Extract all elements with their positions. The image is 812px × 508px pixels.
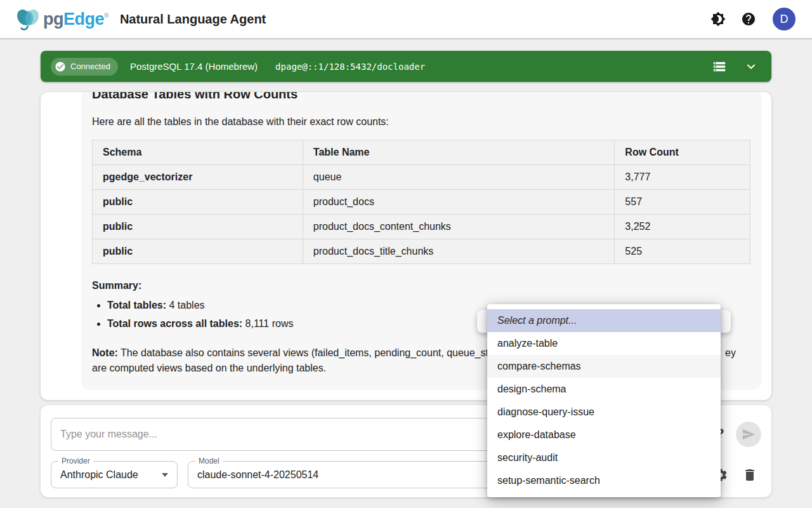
table-row: public product_docs_content_chunks 3,252 [93, 215, 750, 239]
schema-cell: public [93, 190, 303, 215]
send-icon [742, 427, 756, 441]
schema-cell: pgedge_vectorizer [93, 165, 303, 190]
connections-list-button[interactable] [712, 59, 727, 74]
connection-status-text: Connected [70, 62, 110, 71]
table-name-cell: queue [303, 165, 615, 190]
menu-item-diagnose-query-issue[interactable]: diagnose-query-issue [487, 401, 721, 424]
user-avatar[interactable]: D [773, 8, 796, 30]
table-row: public product_docs_title_chunks 525 [93, 239, 750, 264]
table-name-cell: product_docs_content_chunks [303, 215, 615, 239]
row-count-cell: 525 [615, 239, 750, 264]
help-button[interactable] [741, 11, 756, 27]
chevron-down-icon [745, 60, 757, 73]
table-name-cell: product_docs_title_chunks [303, 239, 615, 264]
table-header-row: Schema Table Name Row Count [93, 140, 750, 165]
menu-item-design-schema[interactable]: design-schema [487, 378, 721, 401]
send-button[interactable] [736, 422, 761, 447]
schema-cell: public [93, 215, 303, 239]
help-icon [741, 11, 756, 27]
dark-mode-icon [710, 11, 726, 27]
menu-item-placeholder[interactable]: Select a prompt... [487, 309, 721, 332]
connection-expand-button[interactable] [743, 59, 759, 74]
provider-select[interactable]: Provider Anthropic Claude [51, 461, 178, 488]
server-version-text: PostgreSQL 17.4 (Homebrew) [130, 61, 258, 72]
menu-item-analyze-table[interactable]: analyze-table [487, 332, 721, 355]
model-label: Model [195, 457, 223, 465]
table-name-cell: product_docs [303, 190, 615, 215]
column-header: Row Count [615, 140, 750, 165]
message-heading: Database Tables with Row Counts [92, 92, 750, 102]
connection-status-badge: Connected [51, 58, 118, 76]
column-header: Table Name [303, 140, 615, 165]
row-count-cell: 3,252 [615, 215, 750, 239]
storage-icon [712, 60, 726, 74]
row-count-cell: 3,777 [615, 165, 750, 190]
message-intro: Here are all the tables in the database … [92, 116, 750, 128]
menu-item-compare-schemas[interactable]: compare-schemas [487, 355, 721, 378]
table-row: pgedge_vectorizer queue 3,777 [93, 165, 750, 190]
check-circle-icon [55, 61, 66, 72]
model-value: claude-sonnet-4-20250514 [197, 469, 318, 481]
connection-string: dpage@::1/128:5432/docloader [275, 62, 425, 72]
pgedge-logo-mark-icon [14, 6, 42, 32]
table-row: public product_docs 557 [93, 190, 750, 215]
column-header: Schema [93, 140, 303, 165]
app-header: pgEdge® Natural Language Agent D [0, 0, 812, 39]
provider-label: Provider [58, 457, 93, 465]
row-count-cell: 557 [615, 190, 750, 215]
trash-icon [742, 467, 757, 483]
row-counts-table: Schema Table Name Row Count pgedge_vecto… [92, 140, 750, 264]
menu-item-setup-semantic-search[interactable]: setup-semantic-search [487, 469, 721, 492]
pgedge-logo-text: pgEdge® [43, 10, 108, 29]
theme-toggle-button[interactable] [710, 11, 726, 27]
clear-conversation-button[interactable] [742, 467, 757, 483]
message-input-placeholder: Type your message... [60, 429, 157, 440]
prompt-menu: Select a prompt... analyze-table compare… [487, 304, 721, 497]
schema-cell: public [93, 239, 303, 264]
page-title: Natural Language Agent [120, 12, 266, 27]
provider-value: Anthropic Claude [60, 469, 138, 481]
summary-heading: Summary: [92, 280, 750, 291]
pgedge-logo: pgEdge® [14, 6, 108, 32]
connection-bar: Connected PostgreSQL 17.4 (Homebrew) dpa… [41, 51, 771, 82]
menu-item-security-audit[interactable]: security-audit [487, 446, 721, 469]
dropdown-arrow-icon [162, 473, 168, 477]
menu-item-explore-database[interactable]: explore-database [487, 424, 721, 446]
